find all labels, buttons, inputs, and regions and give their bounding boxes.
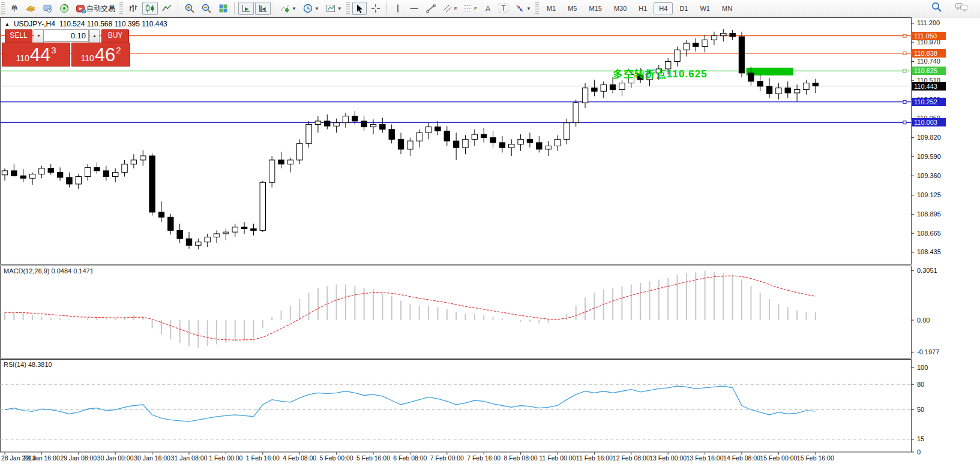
buy-price-box[interactable]: 110 46 2 bbox=[71, 43, 130, 67]
candle-body bbox=[730, 34, 735, 37]
timeframe-w1-button[interactable]: W1 bbox=[694, 2, 715, 14]
candlestick-chart-icon bbox=[145, 3, 155, 14]
tile-windows-button[interactable] bbox=[215, 2, 231, 15]
toolbar-grip[interactable] bbox=[535, 2, 539, 14]
vertical-line-button[interactable] bbox=[391, 2, 405, 15]
rsi-panel[interactable] bbox=[1, 360, 912, 453]
candle-body bbox=[582, 88, 588, 103]
price-tick-label: 109.820 bbox=[917, 134, 941, 141]
price-badge: 111.050 bbox=[912, 32, 946, 40]
navigator-icon-button[interactable] bbox=[40, 2, 55, 15]
zoom-out-button[interactable] bbox=[199, 2, 214, 15]
timeframe-m15-button[interactable]: M15 bbox=[583, 2, 607, 14]
macd-tick-label: 0.00 bbox=[917, 317, 930, 324]
buy-button[interactable]: BUY bbox=[101, 29, 129, 43]
candle-body bbox=[546, 146, 551, 149]
signals-icon-button[interactable] bbox=[56, 2, 72, 15]
ohlc-values: 110.524 110.568 110.395 110.443 bbox=[59, 20, 167, 28]
zoom-in-icon bbox=[184, 3, 195, 14]
timeframe-h4-button[interactable]: H4 bbox=[654, 2, 673, 14]
zoom-in-button[interactable] bbox=[182, 2, 197, 15]
timeframe-h1-button[interactable]: H1 bbox=[633, 2, 652, 14]
search-icon[interactable] bbox=[931, 1, 943, 16]
chart-canvas[interactable] bbox=[0, 17, 980, 464]
candle-body bbox=[186, 239, 191, 245]
timeframe-m5-button[interactable]: M5 bbox=[562, 2, 582, 14]
toolbar-grip[interactable] bbox=[1, 2, 5, 14]
channel-button[interactable]: E bbox=[440, 2, 460, 15]
time-axis-label: 14 Feb 08:00 bbox=[723, 454, 760, 462]
candle-body bbox=[453, 141, 458, 147]
fibonacci-button[interactable]: F bbox=[461, 2, 479, 15]
price-tick-label: 108.435 bbox=[917, 248, 941, 255]
candle-body bbox=[425, 127, 431, 133]
time-axis-label: 7 Feb 16:00 bbox=[467, 454, 501, 462]
candle-body bbox=[287, 160, 293, 164]
candle-body bbox=[131, 160, 136, 164]
candle-body bbox=[444, 131, 449, 141]
candle-body bbox=[158, 212, 164, 217]
time-axis-label: 15 Feb 16:00 bbox=[797, 454, 834, 462]
gold-icon-button[interactable] bbox=[23, 2, 38, 15]
price-tick-label: 110.740 bbox=[917, 58, 940, 65]
candle-body bbox=[675, 50, 680, 61]
horizontal-line-button[interactable] bbox=[406, 2, 422, 15]
time-axis-label: 30 Jan 16:00 bbox=[134, 454, 170, 462]
candlestick-chart-button[interactable] bbox=[142, 2, 158, 15]
templates-button[interactable]: ▼ bbox=[323, 2, 344, 15]
text-label-button[interactable]: T bbox=[496, 2, 511, 15]
timeframe-m1-button[interactable]: M1 bbox=[541, 2, 561, 14]
line-handle[interactable] bbox=[903, 100, 906, 103]
navigator-icon bbox=[42, 3, 53, 14]
lot-size-input[interactable] bbox=[43, 29, 89, 42]
lot-increase-button[interactable]: ▲ bbox=[89, 29, 100, 43]
timeframe-mn-button[interactable]: MN bbox=[717, 2, 738, 14]
chart-shift-icon bbox=[257, 3, 268, 14]
bar-chart-button[interactable] bbox=[125, 2, 141, 15]
channel-icon bbox=[442, 3, 453, 14]
candle-body bbox=[29, 174, 35, 178]
candle-body bbox=[94, 167, 100, 171]
line-handle[interactable] bbox=[903, 70, 906, 73]
auto-scroll-button[interactable] bbox=[238, 2, 254, 15]
candle-body bbox=[776, 88, 781, 94]
time-axis-label: 29 Jan 08:00 bbox=[60, 454, 97, 462]
timeframe-d1-button[interactable]: D1 bbox=[674, 2, 693, 14]
chart-annotation-text[interactable]: 多空转折点110.625 bbox=[613, 67, 708, 81]
trendline-button[interactable] bbox=[423, 2, 439, 15]
price-tick-label: 109.590 bbox=[917, 153, 941, 160]
line-chart-button[interactable] bbox=[159, 2, 175, 15]
buy-price-big: 46 bbox=[95, 46, 115, 64]
timeframe-m30-button[interactable]: M30 bbox=[609, 2, 632, 14]
chart-shift-button[interactable] bbox=[255, 2, 271, 15]
line-handle[interactable] bbox=[903, 121, 906, 124]
cursor-icon bbox=[355, 4, 364, 14]
lot-decrease-button[interactable]: ▼ bbox=[34, 29, 44, 43]
candle-body bbox=[794, 89, 799, 93]
toolbar-grip[interactable] bbox=[119, 2, 123, 14]
periods-button[interactable]: ▼ bbox=[300, 2, 322, 15]
tile-windows-icon bbox=[218, 3, 229, 14]
crosshair-icon bbox=[370, 3, 381, 14]
crosshair-button[interactable] bbox=[368, 2, 383, 15]
candle-body bbox=[804, 83, 809, 89]
cursor-button[interactable] bbox=[352, 2, 367, 15]
chat-icon[interactable] bbox=[955, 2, 968, 15]
indicators-button[interactable]: ▼ bbox=[278, 2, 299, 15]
candle-body bbox=[509, 144, 514, 148]
vertical-line-icon bbox=[394, 3, 402, 14]
arrows-button[interactable]: ▼ bbox=[512, 2, 534, 15]
candle-body bbox=[785, 88, 790, 93]
trendline-icon bbox=[425, 3, 436, 14]
signals-icon bbox=[59, 3, 70, 14]
line-handle[interactable] bbox=[903, 52, 906, 55]
chart-window[interactable]: ▲ USDJPY-,H4 110.524 110.568 110.395 110… bbox=[0, 17, 980, 464]
auto-trading-button[interactable]: 自动交易 bbox=[73, 2, 118, 15]
sell-button[interactable]: SELL bbox=[5, 29, 32, 43]
new-order-button[interactable]: 单 bbox=[7, 2, 22, 15]
line-handle[interactable] bbox=[903, 34, 906, 37]
toolbar-grip[interactable] bbox=[346, 2, 350, 14]
collapse-arrow-icon[interactable]: ▲ bbox=[5, 22, 10, 27]
sell-price-box[interactable]: 110 44 3 bbox=[2, 43, 70, 67]
text-button[interactable]: A bbox=[481, 2, 495, 15]
